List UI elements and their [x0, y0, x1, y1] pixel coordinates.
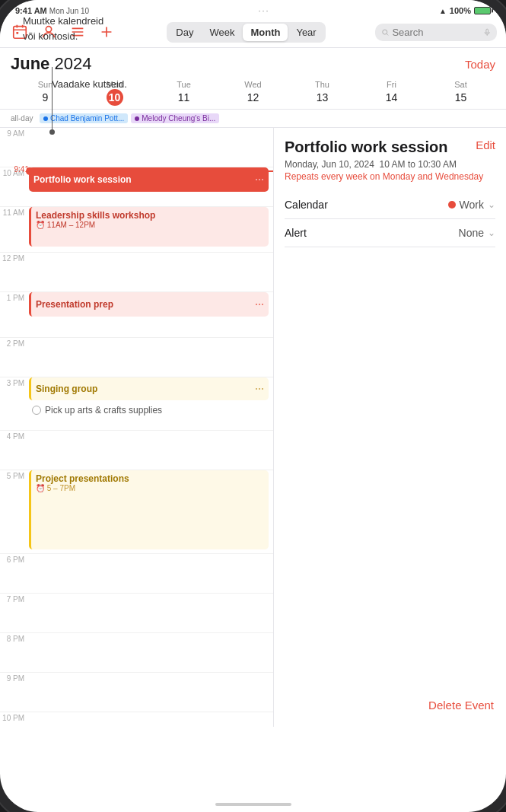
invites-icon-btn[interactable] [38, 21, 59, 43]
time-row-1pm: 1 PM Presentation prep ⋯ [0, 292, 273, 338]
time-row-3pm: 3 PM Singing group ⋯ Pick up arts & craf… [0, 377, 273, 431]
presentation-event-title: Presentation prep [36, 299, 113, 310]
time-label: 7 PM [0, 594, 29, 603]
time-row-11am: 11 AM Leadership skills workshop ⏰ 11AM … [0, 207, 273, 253]
current-time-label: 9:41 [2, 165, 29, 174]
search-bar[interactable] [375, 24, 497, 41]
time-row-7pm: 7 PM [0, 594, 273, 633]
time-label: 9 PM [0, 673, 29, 683]
time-label: 10 PM [0, 712, 29, 722]
mic-icon [483, 27, 491, 37]
detail-alert-field: Alert None ⌄ [285, 219, 495, 247]
event-expand-icon2: ⋯ [255, 299, 264, 310]
time-row-2pm: 2 PM [0, 338, 273, 377]
view-btn-week[interactable]: Week [202, 24, 242, 41]
annotation-line [52, 67, 53, 132]
toolbar: Day Week Month Year [0, 18, 506, 48]
view-btn-day[interactable]: Day [168, 24, 201, 41]
detail-header: Portfolio work session Edit [285, 139, 495, 159]
status-bar: 9:41 AM Mon Jun 10 ··· ▲ 100% [0, 0, 506, 18]
wifi-icon: ▲ [439, 7, 447, 15]
time-label: 1 PM [0, 292, 29, 302]
edit-button[interactable]: Edit [476, 139, 495, 151]
calendar-icon-btn[interactable] [9, 21, 30, 43]
time-label: 3 PM [0, 377, 29, 387]
time-label: 2 PM [0, 338, 29, 348]
status-right: ▲ 100% [439, 6, 491, 15]
time-grid: 9:41 9 AM 10 AM Portfolio work session ⋯ [0, 128, 274, 727]
week-day-thu: Thu 13 [288, 77, 357, 109]
time-label: 5 PM [0, 470, 29, 480]
toolbar-icons [9, 21, 117, 43]
pickup-event-title: Pick up arts & crafts supplies [45, 405, 162, 416]
svg-rect-13 [485, 29, 488, 33]
view-btn-year[interactable]: Year [288, 24, 323, 41]
delete-event-button[interactable]: Delete Event [428, 699, 494, 712]
detail-date: Monday, Jun 10, 2024 10 AM to 10:30 AM [285, 159, 495, 170]
time-row-10pm: 10 PM [0, 712, 273, 727]
annotation2-text: Vaadake kutseid. [52, 78, 127, 90]
time-row-10am: 10 AM Portfolio work session ⋯ [0, 167, 273, 207]
time-label: 9 AM [0, 128, 29, 138]
current-time-dot [26, 167, 33, 175]
alert-chevron-icon: ⌄ [488, 228, 495, 238]
time-row-12pm: 12 PM [0, 253, 273, 292]
event-expand-icon3: ⋯ [255, 384, 264, 394]
alert-value[interactable]: None ⌄ [459, 227, 495, 239]
week-day-fri: Fri 14 [357, 77, 426, 109]
detail-calendar-field: Calendar Work ⌄ [285, 191, 495, 219]
status-center: ··· [258, 6, 269, 15]
detail-panel: Portfolio work session Edit Monday, Jun … [274, 128, 506, 727]
all-day-events: Chad Benjamin Pott... Melody Cheung's Bi… [40, 113, 219, 123]
svg-point-11 [383, 30, 387, 34]
time-row-9pm: 9 PM [0, 673, 273, 712]
detail-repeat: Repeats every week on Monday and Wednesd… [285, 171, 495, 182]
time-label: 6 PM [0, 554, 29, 564]
presentation-event[interactable]: Presentation prep ⋯ [29, 292, 269, 317]
week-day-sat: Sat 15 [426, 77, 495, 109]
leadership-event-title: Leadership skills workshop [36, 210, 264, 221]
svg-point-5 [46, 27, 51, 32]
leadership-event-time: ⏰ 11AM – 12PM [36, 221, 264, 229]
time-row-6pm: 6 PM [0, 554, 273, 594]
all-day-event-chad[interactable]: Chad Benjamin Pott... [40, 113, 128, 123]
today-button[interactable]: Today [465, 58, 495, 71]
pickup-event[interactable]: Pick up arts & crafts supplies [29, 402, 273, 419]
svg-rect-0 [14, 27, 27, 39]
event-expand-icon: ⋯ [255, 174, 264, 185]
list-icon-btn[interactable] [67, 21, 88, 43]
work-dot [448, 201, 456, 209]
all-day-row: all-day Chad Benjamin Pott... Melody Che… [0, 110, 506, 128]
search-icon [381, 27, 389, 37]
current-time-line [29, 170, 273, 172]
alert-label: Alert [285, 227, 307, 239]
battery-icon [474, 7, 491, 14]
home-indicator [215, 803, 291, 806]
time-label: 8 PM [0, 633, 29, 643]
event-dot-2 [135, 116, 139, 121]
time-row-8pm: 8 PM [0, 633, 273, 673]
detail-title: Portfolio work session [285, 139, 447, 156]
project-event-title: Project presentations [36, 473, 264, 484]
time-row-4pm: 4 PM [0, 431, 273, 470]
portfolio-event-title: Portfolio work session [33, 174, 132, 185]
calendar-header: June 2024 Today [0, 48, 506, 77]
calendar-value[interactable]: Work ⌄ [448, 199, 495, 211]
week-day-tue: Tue 11 [149, 77, 218, 109]
all-day-event-melody[interactable]: Melody Cheung's Bi... [131, 113, 219, 123]
leadership-event[interactable]: Leadership skills workshop ⏰ 11AM – 12PM [29, 207, 269, 247]
project-event-time: ⏰ 5 – 7PM [36, 484, 264, 492]
view-btn-month[interactable]: Month [243, 24, 288, 41]
time-label: 11 AM [0, 207, 29, 217]
event-dot [43, 116, 48, 121]
main-content: 9:41 9 AM 10 AM Portfolio work session ⋯ [0, 128, 506, 727]
search-input[interactable] [392, 27, 479, 38]
add-event-btn[interactable] [96, 21, 117, 43]
svg-rect-4 [16, 32, 18, 34]
all-day-label: all-day [11, 114, 40, 123]
project-event[interactable]: Project presentations ⏰ 5 – 7PM [29, 470, 269, 549]
singing-event[interactable]: Singing group ⋯ [29, 377, 269, 400]
time-row-5pm: 5 PM Project presentations ⏰ 5 – 7PM [0, 470, 273, 554]
pickup-circle-icon [32, 406, 41, 415]
calendar-label: Calendar [285, 199, 328, 211]
